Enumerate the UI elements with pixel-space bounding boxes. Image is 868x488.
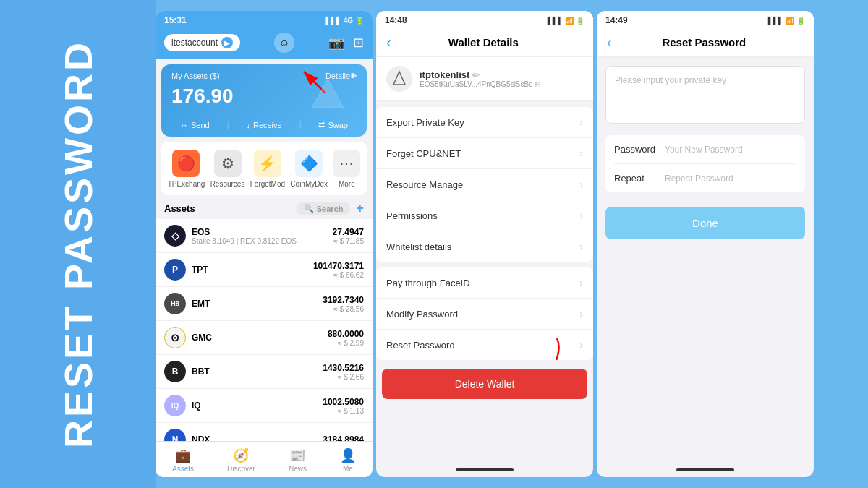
bbt-icon: B <box>164 361 186 382</box>
asset-ndx[interactable]: N NDX 3184.8984 <box>156 423 373 441</box>
s3-header: ‹ Reset Password <box>597 28 814 57</box>
screen2: 14:48 ▌▌▌ 📶 🔋 ‹ Wallet Details itptokenl… <box>376 11 593 477</box>
screen3: 14:49 ▌▌▌ 📶 🔋 ‹ Reset Password Please in… <box>597 11 814 477</box>
tpt-icon: P <box>164 259 186 281</box>
add-asset-button[interactable]: + <box>356 201 364 216</box>
nav-news[interactable]: 📰 News <box>289 448 307 473</box>
asset-iq[interactable]: IQ IQ 1002.5080 ≈ $ 1.13 <box>156 389 373 423</box>
s2-wallet-address: EOS5tKuUaSLV...4PnQBG5siScBc <box>420 80 532 88</box>
chevron-right-icon: › <box>579 241 583 252</box>
menu-permissions[interactable]: Permissions › <box>376 200 593 231</box>
iq-info: IQ <box>192 401 323 411</box>
send-icon: ↔ <box>180 121 188 129</box>
battery-icon: 🔋 <box>355 17 364 25</box>
s3-status-bar: 14:49 ▌▌▌ 📶 🔋 <box>597 11 814 28</box>
password-label: Password <box>614 144 665 155</box>
tpexchang-label: TPExchang <box>168 180 205 188</box>
private-key-input[interactable]: Please input your private key <box>605 66 805 124</box>
quick-more[interactable]: ⋯ More <box>333 150 360 188</box>
discover-nav-label: Discover <box>227 465 255 473</box>
quick-coinmydex[interactable]: 🔷 CoinMyDex <box>290 150 328 188</box>
tpt-info: TPT <box>192 265 313 275</box>
swap-button[interactable]: ⇄ Swap <box>318 120 348 129</box>
asset-eos[interactable]: ◇ EOS Stake 3.1049 | REX 0.8122 EOS 27.4… <box>156 219 373 253</box>
network-icon: 4G <box>344 17 353 25</box>
asset-bbt[interactable]: B BBT 1430.5216 ≈ $ 2.66 <box>156 355 373 389</box>
s2-time: 14:48 <box>385 15 407 25</box>
assets-title: Assets <box>164 203 195 214</box>
asset-emt[interactable]: H8 EMT 3192.7340 ≈ $ 28.56 <box>156 287 373 321</box>
repeat-placeholder: Repeat Password <box>665 174 733 184</box>
balance-card: My Assets ($) 👁 176.90 Details > <box>161 64 367 137</box>
iq-icon: IQ <box>164 395 186 416</box>
password-fields: Password Your New Password Repeat Repeat… <box>605 135 805 192</box>
send-button[interactable]: ↔ Send <box>180 120 210 129</box>
menu-faceid[interactable]: Pay through FaceID › <box>376 267 593 299</box>
password-input[interactable]: Your New Password <box>665 145 796 155</box>
menu-whitelist[interactable]: Whitelist details › <box>376 231 593 262</box>
account-button[interactable]: itestaccount ▶ <box>164 34 240 51</box>
discover-nav-icon: 🧭 <box>233 448 249 463</box>
chevron-right-icon: › <box>579 308 583 320</box>
s2-wallet-icon <box>386 66 412 92</box>
signal-icon: ▌▌▌ <box>326 17 341 25</box>
send-label: Send <box>191 121 210 129</box>
s2-back-button[interactable]: ‹ <box>386 34 391 51</box>
edit-icon[interactable]: ✏ <box>472 70 480 80</box>
menu-reset-password[interactable]: Reset Password › <box>376 330 593 360</box>
search-placeholder: Search <box>317 205 344 213</box>
s3-bottom <box>597 273 814 478</box>
camera-icon[interactable]: 📷 <box>328 35 344 51</box>
copy-icon[interactable]: ⎘ <box>535 80 540 88</box>
forgetmod-label: ForgetMod <box>250 180 285 188</box>
s1-time: 15:31 <box>164 15 187 25</box>
scan-icon[interactable]: ⊡ <box>353 35 364 51</box>
asset-gmc[interactable]: ⊙ GMC 880.0000 ≈ $ 2.99 <box>156 321 373 355</box>
avatar-icon[interactable]: ☺ <box>274 33 294 53</box>
svg-marker-2 <box>393 72 405 85</box>
s2-wallet-details: itptokenlist ✏ EOS5tKuUaSLV...4PnQBG5siS… <box>420 69 540 88</box>
quick-forgetmod[interactable]: ⚡ ForgetMod <box>250 150 285 188</box>
nav-me[interactable]: 👤 Me <box>340 448 356 473</box>
nav-assets[interactable]: 💼 Assets <box>172 448 194 473</box>
menu-export-key[interactable]: Export Private Key › <box>376 107 593 138</box>
s3-wifi-icon: 📶 <box>786 17 794 25</box>
quick-resources[interactable]: ⚙ Resources <box>210 150 245 188</box>
chevron-right-icon: › <box>579 147 583 159</box>
delete-wallet-button[interactable]: Delete Wallet <box>382 369 587 399</box>
repeat-input[interactable]: Repeat Password <box>665 174 796 184</box>
done-button[interactable]: Done <box>605 207 805 239</box>
quick-actions: 🔴 TPExchang ⚙ Resources ⚡ ForgetMod 🔷 Co… <box>161 142 367 195</box>
search-box[interactable]: 🔍 Search <box>297 202 351 215</box>
receive-button[interactable]: ↓ Receive <box>246 120 281 129</box>
bg-graphic <box>306 77 349 116</box>
nav-discover[interactable]: 🧭 Discover <box>227 448 255 473</box>
bbt-info: BBT <box>192 367 323 377</box>
svg-marker-1 <box>312 79 344 108</box>
s2-status-icons: ▌▌▌ 📶 🔋 <box>548 17 584 25</box>
s3-battery-icon: 🔋 <box>796 17 805 25</box>
ndx-info: NDX <box>192 435 323 441</box>
s2-menu-section1: Export Private Key › Forget CPU&NET › Re… <box>376 107 593 262</box>
menu-forget-cpu[interactable]: Forget CPU&NET › <box>376 138 593 169</box>
s1-header-icons: 📷 ⊡ <box>328 35 364 51</box>
more-icon: ⋯ <box>333 150 360 177</box>
s3-back-button[interactable]: ‹ <box>607 34 612 51</box>
swap-icon: ⇄ <box>318 120 325 129</box>
eos-amount: 27.4947 ≈ $ 71.85 <box>333 227 364 245</box>
s3-home-indicator <box>676 468 734 471</box>
quick-tpexchang[interactable]: 🔴 TPExchang <box>168 150 205 188</box>
resources-icon: ⚙ <box>214 150 242 177</box>
s2-menu-section2: Pay through FaceID › Modify Password › R… <box>376 267 593 360</box>
s3-signal-icon: ▌▌▌ <box>768 17 783 25</box>
swap-label: Swap <box>328 121 348 129</box>
s2-status-bar: 14:48 ▌▌▌ 📶 🔋 <box>376 11 593 28</box>
password-row: Password Your New Password <box>614 135 796 164</box>
menu-modify-password[interactable]: Modify Password › <box>376 299 593 330</box>
chevron-right-icon: › <box>579 339 583 351</box>
asset-tpt[interactable]: P TPT 101470.3171 ≈ $ 66.62 <box>156 253 373 287</box>
iq-amount: 1002.5080 ≈ $ 1.13 <box>323 397 364 415</box>
chevron-right-icon: › <box>579 179 583 190</box>
eos-info: EOS Stake 3.1049 | REX 0.8122 EOS <box>192 227 333 245</box>
menu-resource-manage[interactable]: Resource Manage › <box>376 169 593 200</box>
